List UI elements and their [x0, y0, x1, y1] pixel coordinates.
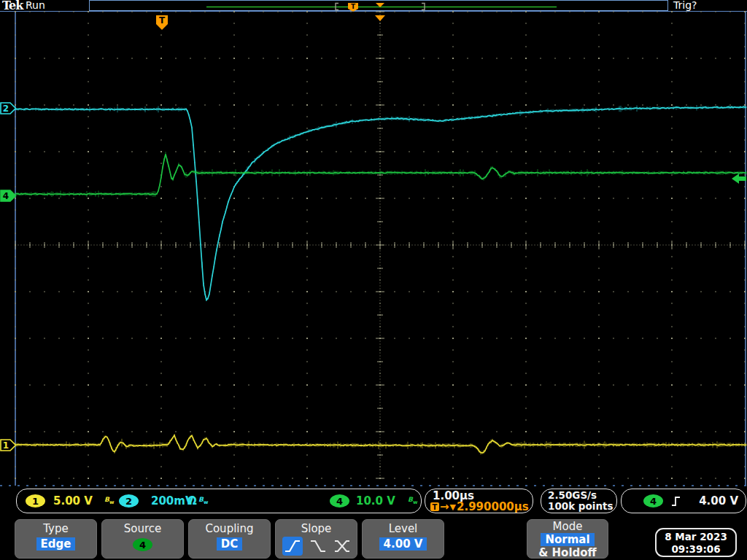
top-status-bar: Tek Run T Trig? — [0, 0, 747, 11]
coupling-label: Coupling — [189, 522, 270, 535]
trigger-position-flag[interactable]: T — [155, 15, 169, 34]
tek-logo: Tek — [2, 0, 23, 12]
menu-button-coupling[interactable]: Coupling DC — [188, 519, 271, 559]
acquisition-readout-box: 2.50GS/s 100k points — [541, 489, 617, 513]
oscilloscope-screen: Tek Run T Trig? T 2 4 1 — [0, 0, 747, 560]
ch1-scale: 5.00 V — [53, 494, 93, 508]
bw-w: w — [413, 499, 417, 505]
channel4-position-marker[interactable]: 4 — [0, 190, 17, 205]
source-channel-badge: 4 — [133, 538, 152, 551]
type-value: Edge — [36, 537, 76, 551]
down-triangle-icon — [375, 15, 385, 21]
trigger-flag-label: T — [159, 15, 166, 26]
bw-b: B — [198, 496, 204, 503]
ch4-scale: 10.0 V — [356, 494, 395, 508]
timebase-delay: T→▼2.990000µs — [430, 500, 529, 513]
trigger-level-marker[interactable] — [731, 173, 747, 187]
menu-button-type[interactable]: Type Edge — [15, 519, 97, 559]
channel1-position-marker[interactable]: 1 — [0, 439, 17, 454]
ch2-impedance: Ω — [187, 494, 197, 508]
bw-b: B — [408, 496, 413, 503]
arrow-right-icon: → — [440, 500, 449, 513]
ch1-bandwidth-badge: Bw — [104, 496, 114, 505]
delay-value: 2.990000µs — [457, 500, 529, 513]
slope-label: Slope — [276, 522, 357, 535]
down-triangle-icon: ▼ — [450, 502, 456, 512]
trigger-source-badge: 4 — [643, 494, 663, 508]
waveform-display — [0, 0, 747, 560]
sample-rate: 2.50GS/s — [548, 489, 597, 501]
trigger-level-value: 4.00 V — [699, 494, 738, 508]
rising-edge-icon — [671, 496, 681, 507]
menu-button-level[interactable]: Level 4.00 V — [362, 519, 444, 559]
ch1-badge: 1 — [26, 494, 45, 508]
channel2-position-marker[interactable]: 2 — [0, 102, 17, 117]
bw-w: w — [204, 499, 208, 505]
falling-slope-icon[interactable] — [309, 537, 327, 555]
trigger-t-icon: T — [430, 502, 439, 511]
record-trigger-label: T — [351, 3, 356, 10]
mode-value: Normal — [541, 533, 594, 546]
readout-bar: 1 5.00 V Bw 2 200mV Ω Bw 4 10.0 V Bw 1.0… — [0, 487, 747, 516]
trigger-readout-box: 4 4.00 V — [621, 489, 746, 513]
ch4-bandwidth-badge: Bw — [408, 496, 417, 505]
marker-label: 4 — [3, 191, 9, 201]
time-value: 09:39:06 — [657, 543, 735, 556]
marker-label: 1 — [3, 440, 9, 451]
ch2-bandwidth-badge: Bw — [198, 496, 208, 505]
bw-b: B — [104, 496, 109, 503]
coupling-value: DC — [217, 537, 242, 551]
type-label: Type — [15, 522, 96, 535]
level-value: 4.00 V — [379, 537, 427, 551]
slope-rising-option[interactable] — [282, 537, 303, 556]
marker-label: 2 — [3, 104, 9, 114]
acquisition-status: Run — [26, 0, 45, 11]
ch2-badge: 2 — [119, 494, 139, 508]
mode-label: Mode — [527, 520, 608, 533]
timebase-readout-box: 1.00µs T→▼2.990000µs — [425, 489, 533, 513]
record-length: 100k points — [548, 500, 614, 512]
channel-readouts-box: 1 5.00 V Bw 2 200mV Ω Bw 4 10.0 V Bw — [16, 489, 422, 513]
menu-button-slope[interactable]: Slope — [275, 519, 357, 559]
bottom-menu-bar: Type Edge Source 4 Coupling DC Slope — [0, 519, 747, 560]
record-view-bar[interactable]: T — [89, 0, 668, 11]
ch4-badge: 4 — [330, 494, 349, 508]
trigger-status: Trig? — [673, 0, 697, 11]
source-label: Source — [102, 522, 183, 535]
either-slope-icon[interactable] — [333, 537, 351, 555]
left-arrow-icon — [732, 174, 746, 184]
datetime-display: 8 Mar 2023 09:39:06 — [655, 528, 737, 557]
date-value: 8 Mar 2023 — [657, 531, 735, 543]
expansion-point-arrow[interactable] — [375, 11, 386, 25]
rising-slope-icon — [284, 537, 301, 555]
mode-value2: & Holdoff — [527, 546, 608, 559]
level-label: Level — [363, 522, 444, 535]
bw-w: w — [109, 499, 114, 505]
menu-button-source[interactable]: Source 4 — [101, 519, 184, 559]
menu-button-mode[interactable]: Mode Normal & Holdoff — [527, 519, 608, 559]
